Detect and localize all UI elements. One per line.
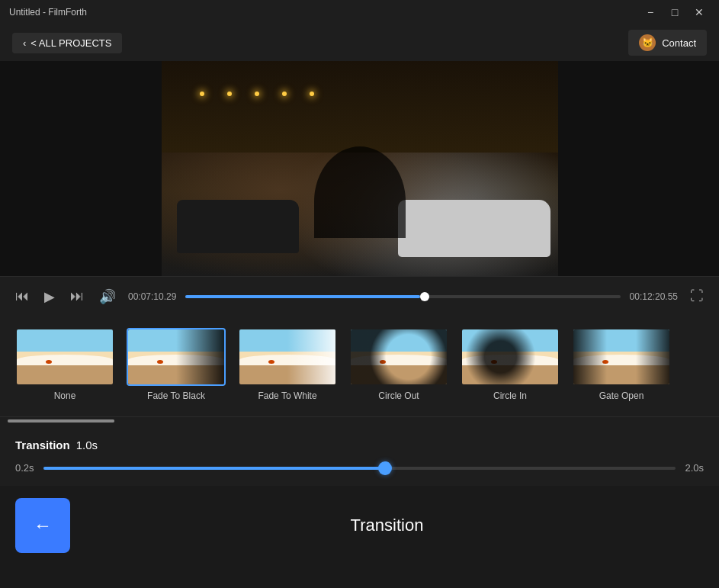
window-controls: − □ ✕ [640, 2, 710, 23]
contact-label: Contact [662, 37, 696, 49]
beach-preview-fade-black [128, 329, 224, 384]
transitions-section: None Fade To Black Fade To [0, 316, 719, 417]
dark-car [177, 200, 299, 253]
slider-max-label: 2.0s [685, 462, 704, 474]
current-time: 00:07:10.29 [128, 291, 176, 302]
beach-preview-circle-out [351, 329, 447, 384]
progress-bar[interactable] [185, 295, 620, 298]
beach-preview-none [17, 329, 113, 384]
top-bar: ‹ < ALL PROJECTS 🐱 Contact [0, 24, 719, 61]
contact-button[interactable]: 🐱 Contact [628, 30, 707, 56]
transitions-scroll-container: None Fade To Black Fade To [15, 328, 719, 409]
forward-icon: ⏭ [70, 288, 84, 304]
light-dot [310, 92, 314, 96]
forward-button[interactable]: ⏭ [67, 285, 87, 307]
slider-thumb[interactable] [378, 461, 392, 475]
contact-icon: 🐱 [639, 34, 656, 51]
transition-config-label: Transition [15, 439, 70, 451]
circle-out-overlay [351, 329, 447, 384]
slider-min-label: 0.2s [15, 462, 34, 474]
beach-preview-circle-in [462, 329, 558, 384]
transition-item-circle-out[interactable]: Circle Out [349, 328, 448, 401]
all-projects-label: < ALL PROJECTS [30, 37, 111, 49]
scene-lights [200, 92, 314, 96]
building-background [162, 61, 558, 153]
video-frame [162, 61, 558, 276]
circle-in-overlay [462, 329, 558, 384]
transition-duration-slider[interactable] [43, 467, 676, 470]
transition-config-row: Transition 1.0s [15, 439, 704, 451]
video-preview-area [0, 61, 719, 276]
total-time: 00:12:20.55 [630, 291, 678, 302]
transition-item-gate-open[interactable]: Gate Open [572, 328, 671, 401]
transition-label-circle-out: Circle Out [378, 390, 419, 401]
bottom-section: ← Transition [0, 486, 719, 565]
transition-label-fade-black: Fade To Black [147, 390, 205, 401]
scroll-thumb[interactable] [8, 419, 114, 423]
gate-open-overlay [573, 329, 669, 384]
back-arrow-icon: ‹ [23, 37, 26, 49]
light-dot [200, 92, 204, 96]
fade-black-overlay [128, 329, 224, 384]
window-title: Untitled - FilmForth [9, 7, 87, 18]
people-silhouette [314, 146, 406, 238]
progress-thumb[interactable] [420, 292, 429, 301]
light-dot [282, 92, 287, 96]
scroll-bar-area [0, 417, 719, 425]
transition-item-none[interactable]: None [15, 328, 114, 401]
transition-label-gate-open: Gate Open [599, 390, 644, 401]
transition-thumb-fade-black [127, 328, 226, 386]
back-icon: ← [34, 515, 52, 536]
light-dot [255, 92, 259, 96]
slider-row: 0.2s 2.0s [15, 462, 704, 474]
transition-config-value: 1.0s [76, 439, 98, 451]
transition-thumb-circle-in [461, 328, 560, 386]
play-icon: ▶ [44, 288, 55, 305]
transition-thumb-circle-out [349, 328, 448, 386]
back-button[interactable]: ← [15, 498, 70, 553]
volume-icon: 🔊 [99, 288, 116, 305]
transition-item-circle-in[interactable]: Circle In [461, 328, 560, 401]
all-projects-button[interactable]: ‹ < ALL PROJECTS [12, 33, 122, 53]
wave [17, 355, 113, 365]
transition-config-section: Transition 1.0s 0.2s 2.0s [0, 425, 719, 486]
playback-controls: ⏮ ▶ ⏭ 🔊 00:07:10.29 00:12:20.55 ⛶ [0, 276, 719, 316]
volume-button[interactable]: 🔊 [96, 285, 119, 308]
maximize-button[interactable]: □ [664, 2, 685, 23]
horizontal-scrollbar[interactable] [8, 419, 114, 423]
rewind-button[interactable]: ⏮ [12, 285, 32, 307]
transition-label-none: None [54, 390, 76, 401]
white-car [398, 200, 550, 257]
play-button[interactable]: ▶ [41, 285, 58, 308]
transition-label-fade-white: Fade To White [258, 390, 316, 401]
close-button[interactable]: ✕ [689, 2, 710, 23]
fullscreen-button[interactable]: ⛶ [687, 285, 707, 307]
transition-thumb-fade-white [238, 328, 337, 386]
minimize-button[interactable]: − [640, 2, 661, 23]
transition-item-fade-white[interactable]: Fade To White [238, 328, 337, 401]
transition-thumb-none [15, 328, 114, 386]
beach-preview-fade-white [239, 329, 335, 384]
crab [46, 360, 52, 364]
bottom-title: Transition [70, 516, 704, 535]
video-scene [162, 61, 558, 276]
rewind-icon: ⏮ [15, 288, 29, 304]
title-bar: Untitled - FilmForth − □ ✕ [0, 0, 719, 24]
fullscreen-icon: ⛶ [690, 288, 704, 304]
transition-item-fade-black[interactable]: Fade To Black [127, 328, 226, 401]
beach-preview-gate-open [573, 329, 669, 384]
slider-fill [43, 467, 385, 470]
transition-thumb-gate-open [572, 328, 671, 386]
transition-label-circle-in: Circle In [493, 390, 527, 401]
light-dot [227, 92, 232, 96]
fade-white-overlay [239, 329, 335, 384]
progress-fill [185, 295, 420, 298]
